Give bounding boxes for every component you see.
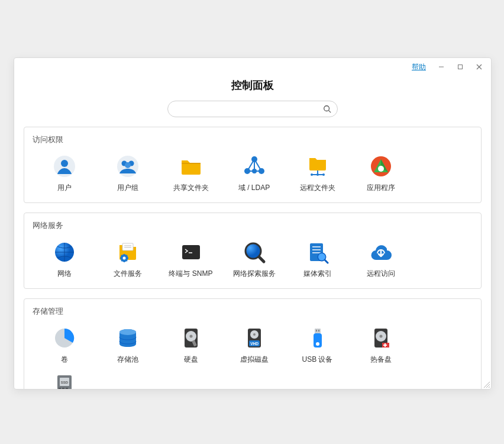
item-label: 用户组 <box>117 183 138 193</box>
item-sharedfolder[interactable]: 共享文件夹 <box>159 151 222 197</box>
item-hdd[interactable]: 硬盘 <box>159 323 222 368</box>
item-hypercache[interactable]: SSD Hyper Cache <box>33 368 96 389</box>
maximize-button[interactable] <box>452 60 469 73</box>
item-label: 硬盘 <box>184 355 198 365</box>
item-user[interactable]: 用户 <box>33 151 96 197</box>
user-icon <box>53 155 76 178</box>
svg-point-24 <box>316 173 319 176</box>
svg-rect-1 <box>458 65 463 69</box>
grid-access: 用户 用户组 <box>33 151 473 197</box>
svg-line-37 <box>259 257 264 262</box>
svg-text:SSD: SSD <box>60 381 68 384</box>
usergroup-icon <box>116 155 140 178</box>
item-label: 终端与 SNMP <box>169 269 212 279</box>
svg-point-4 <box>324 106 329 111</box>
svg-point-16 <box>251 156 257 162</box>
item-terminal-snmp[interactable]: 终端与 SNMP <box>159 237 222 282</box>
svg-point-54 <box>253 333 256 336</box>
item-label: 共享文件夹 <box>173 183 209 193</box>
item-vhd[interactable]: VHD 虚拟磁盘 <box>222 323 286 368</box>
search-box[interactable] <box>167 101 338 117</box>
svg-point-26 <box>378 166 384 172</box>
item-discovery[interactable]: 网络探索服务 <box>222 237 286 282</box>
item-label: 网络 <box>57 269 72 279</box>
svg-rect-28 <box>122 243 133 250</box>
help-link[interactable]: 帮助 <box>412 62 426 72</box>
terminal-icon <box>179 240 203 264</box>
item-fileservice[interactable]: 文件服务 <box>96 237 159 282</box>
item-label: 媒体索引 <box>303 269 332 279</box>
svg-point-19 <box>252 169 257 173</box>
grid-network: 网络 文件服务 <box>33 237 473 282</box>
media-index-icon <box>306 240 329 264</box>
usb-icon <box>306 326 329 350</box>
item-label: 存储池 <box>117 355 138 365</box>
storage-pool-icon <box>116 326 140 350</box>
svg-point-22 <box>311 173 313 176</box>
svg-point-7 <box>61 160 68 167</box>
grid-storage: 卷 存储池 <box>33 323 473 389</box>
remote-folder-icon <box>306 155 329 178</box>
search-container <box>14 101 491 117</box>
item-label: 网络探索服务 <box>233 269 276 279</box>
item-label: 虚拟磁盘 <box>240 355 269 365</box>
minimize-button[interactable] <box>433 60 450 73</box>
item-label: 远程文件夹 <box>300 183 335 193</box>
item-network[interactable]: 网络 <box>33 237 96 282</box>
network-globe-icon <box>53 240 76 264</box>
resize-grip-icon[interactable] <box>483 381 490 388</box>
item-label: 域 / LDAP <box>238 183 270 193</box>
item-label: 卷 <box>61 355 68 365</box>
svg-rect-57 <box>315 329 321 333</box>
window-header: 控制面板 <box>14 76 491 101</box>
svg-point-11 <box>125 162 131 168</box>
apps-icon <box>369 155 393 178</box>
item-volume[interactable]: 卷 <box>33 323 96 368</box>
svg-rect-68 <box>59 388 61 389</box>
svg-point-64 <box>379 335 382 338</box>
section-access: 访问权限 用户 <box>24 127 482 203</box>
hotspare-icon <box>369 326 393 350</box>
item-domain-ldap[interactable]: 域 / LDAP <box>222 151 286 197</box>
section-network: 网络服务 网络 <box>24 213 482 289</box>
control-panel-window: 帮助 控制面板 访问权限 <box>14 57 492 390</box>
item-usb[interactable]: USB 设备 <box>286 323 349 368</box>
svg-rect-59 <box>318 330 319 332</box>
svg-point-50 <box>189 335 192 338</box>
item-usergroup[interactable]: 用户组 <box>96 151 159 197</box>
svg-rect-33 <box>182 245 200 259</box>
discovery-icon <box>243 240 266 264</box>
close-button[interactable] <box>471 60 487 73</box>
remote-access-icon <box>369 240 393 264</box>
item-label: USB 设备 <box>302 355 332 365</box>
volume-pie-icon <box>53 326 76 350</box>
item-mediaindex[interactable]: 媒体索引 <box>286 237 349 282</box>
domain-ldap-icon <box>243 155 266 178</box>
svg-point-32 <box>122 257 125 260</box>
svg-point-17 <box>244 168 250 174</box>
section-title-storage: 存储管理 <box>33 306 473 317</box>
vhd-icon: VHD <box>243 326 266 350</box>
svg-rect-58 <box>316 330 317 332</box>
svg-point-47 <box>119 329 136 335</box>
svg-point-61 <box>316 342 319 346</box>
item-apps[interactable]: 应用程序 <box>349 151 412 197</box>
content-scroll[interactable]: 访问权限 用户 <box>14 127 491 389</box>
item-hotspare[interactable]: 热备盘 <box>349 323 412 368</box>
item-remotefolder[interactable]: 远程文件夹 <box>286 151 349 197</box>
item-label: 应用程序 <box>367 183 395 193</box>
item-remoteaccess[interactable]: 远程访问 <box>349 237 412 282</box>
search-input[interactable] <box>176 105 317 114</box>
section-title-access: 访问权限 <box>33 134 473 145</box>
item-label: 文件服务 <box>114 269 142 279</box>
item-label: 远程访问 <box>367 269 395 279</box>
item-pool[interactable]: 存储池 <box>96 323 159 368</box>
page-title: 控制面板 <box>14 78 491 92</box>
svg-rect-70 <box>66 388 68 389</box>
section-title-network: 网络服务 <box>33 220 473 231</box>
hdd-icon <box>179 326 203 350</box>
svg-line-44 <box>325 260 328 263</box>
svg-text:VHD: VHD <box>250 342 259 346</box>
item-label: 热备盘 <box>370 355 392 365</box>
folder-icon <box>179 155 203 178</box>
